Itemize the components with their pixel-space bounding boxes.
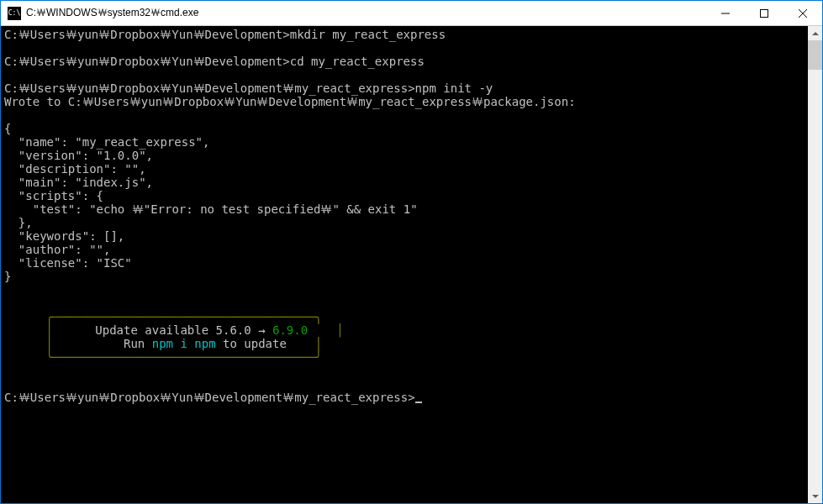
prompt: C:￦Users￦yun￦Dropbox￦Yun￦Development￦my_… <box>4 81 415 95</box>
close-button[interactable] <box>783 1 822 25</box>
cmd-window: C:\ C:￦WINDOWS￦system32￦cmd.exe C:￦Users… <box>0 0 823 504</box>
command-text: npm init -y <box>415 81 493 95</box>
output-text: "main": "index.js", <box>4 176 153 189</box>
minimize-button[interactable] <box>706 1 745 25</box>
titlebar[interactable]: C:\ C:￦WINDOWS￦system32￦cmd.exe <box>1 1 822 26</box>
output-text: Wrote to C:￦Users￦yun￦Dropbox￦Yun￦Develo… <box>4 95 576 108</box>
svg-marker-4 <box>812 32 819 35</box>
scroll-thumb[interactable] <box>808 40 822 70</box>
vertical-scrollbar[interactable] <box>808 26 822 503</box>
output-text: "version": "1.0.0", <box>4 149 153 162</box>
command-text: mkdir my_react_express <box>290 28 446 41</box>
cmd-icon: C:\ <box>8 7 21 20</box>
scroll-down-arrow-icon[interactable] <box>808 489 822 503</box>
scroll-up-arrow-icon[interactable] <box>808 26 822 40</box>
output-text: "keywords": [], <box>4 229 124 243</box>
prompt: C:￦Users￦yun￦Dropbox￦Yun￦Development￦my_… <box>4 391 415 404</box>
svg-rect-1 <box>761 9 768 17</box>
window-title: C:￦WINDOWS￦system32￦cmd.exe <box>26 6 706 20</box>
output-text: "test": "echo ￦"Error: no test specified… <box>4 202 418 216</box>
prompt: C:￦Users￦yun￦Dropbox￦Yun￦Development> <box>4 55 290 68</box>
npm-update-notice: ╭─────────────────────────────────────╮ … <box>24 310 805 364</box>
output-text: } <box>4 270 11 283</box>
update-run-text: Run <box>53 337 152 350</box>
output-text: "description": "", <box>4 162 146 176</box>
terminal-area: C:￦Users￦yun￦Dropbox￦Yun￦Development>mkd… <box>1 26 822 503</box>
output-text: "author": "", <box>4 243 110 256</box>
output-text: { <box>4 122 11 135</box>
update-version: 6.9.0 <box>272 323 308 337</box>
update-available-text: Update available 5.6.0 → <box>53 323 272 337</box>
output-text: "scripts": { <box>4 189 103 202</box>
output-text: }, <box>4 216 33 229</box>
window-controls <box>706 1 822 25</box>
output-text: "license": "ISC" <box>4 256 132 270</box>
cursor-icon <box>415 402 422 403</box>
prompt: C:￦Users￦yun￦Dropbox￦Yun￦Development> <box>4 28 290 41</box>
maximize-button[interactable] <box>745 1 783 25</box>
terminal-output[interactable]: C:￦Users￦yun￦Dropbox￦Yun￦Development>mkd… <box>1 26 808 503</box>
output-text: "name": "my_react_express", <box>4 135 209 149</box>
command-text: cd my_react_express <box>290 55 425 68</box>
svg-marker-5 <box>812 495 819 498</box>
update-command: npm i npm <box>152 337 216 350</box>
